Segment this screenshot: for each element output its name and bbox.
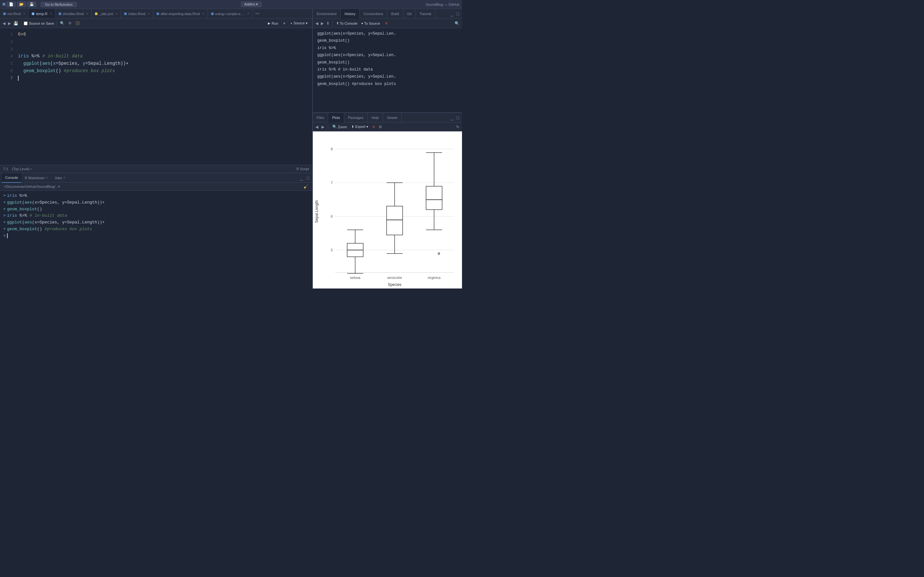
tab-using-rmd[interactable]: using-r-scripts-effectively-even-a... × — [208, 9, 253, 19]
tab-close-shortbio[interactable]: × — [86, 12, 88, 15]
history-item-1[interactable]: ggplot(aes(x=Species, y=Sepal.Len… — [316, 30, 459, 37]
search-btn[interactable]: 🔍 — [59, 21, 66, 26]
code-level: (Top Level) ÷ — [12, 167, 32, 171]
right-top-maximize[interactable]: □ — [456, 11, 460, 16]
tab-close-using[interactable]: × — [247, 12, 249, 15]
main-layout: me.Rmd × temp.R × shortbio.Rmd × _site.y… — [0, 9, 462, 288]
plots-minimize-btn[interactable]: _ — [450, 115, 454, 120]
tab-after-rmd[interactable]: after-importing-data.Rmd × — [153, 9, 208, 19]
jobs-tab-close[interactable]: × — [63, 176, 65, 179]
console-clear-btn[interactable]: 🧹 — [303, 184, 309, 189]
forward-btn[interactable]: ▶ — [7, 21, 11, 26]
tab-connections[interactable]: Connections — [360, 9, 387, 19]
status-bar: 7:1 (Top Level) ÷ R Script — [0, 165, 312, 173]
plots-toolbar: ◀ ▶ 🔍 Zoom ⬆ Export ▾ ✕ ⚙ ↻ — [313, 122, 462, 131]
tab-viewer[interactable]: Viewer — [383, 113, 402, 122]
plots-delete-btn[interactable]: ✕ — [372, 124, 376, 130]
console-line-4: > iris %>% # in-built data — [3, 213, 309, 219]
to-console-btn[interactable]: ⬆ To Console — [335, 21, 359, 26]
history-item-5[interactable]: geom_boxplot() — [316, 59, 459, 66]
tab-tutorial[interactable]: Tutorial — [416, 9, 435, 19]
save-btn[interactable]: 💾 — [27, 2, 36, 7]
console-tab-console[interactable]: Console — [2, 173, 21, 183]
tab-close-site[interactable]: × — [115, 12, 118, 15]
plots-tab-bar: Files Plots Packages Help Viewer _ □ — [313, 113, 462, 122]
history-search-btn[interactable]: 🔍 — [454, 21, 460, 26]
plots-next-btn[interactable]: ▶ — [321, 124, 325, 130]
console-maximize-btn[interactable]: □ — [306, 176, 310, 180]
save-file-btn[interactable]: 💾 — [13, 21, 19, 26]
tab-temp-r[interactable]: temp.R × — [29, 9, 55, 19]
back-btn[interactable]: ◀ — [2, 21, 6, 26]
tab-shortbio-rmd[interactable]: shortbio.Rmd × — [55, 9, 92, 19]
code-line-1: 1 6+6 — [0, 31, 312, 38]
history-back-btn[interactable]: ◀ — [315, 21, 319, 26]
console-tab-jobs[interactable]: Jobs × — [51, 173, 69, 183]
tab-plots[interactable]: Plots — [328, 113, 344, 122]
tab-git[interactable]: Git — [403, 9, 416, 19]
top-bar-icons: R 📄 📂 💾 — [3, 2, 36, 7]
history-item-3[interactable]: iris %>% — [316, 45, 459, 52]
right-top-controls: _ □ — [450, 11, 462, 16]
tab-history[interactable]: History — [341, 9, 360, 19]
zoom-btn[interactable]: 🔍 Zoom — [331, 124, 348, 129]
tab-close-temp[interactable]: × — [50, 12, 52, 15]
sep1 — [21, 21, 21, 26]
history-item-7[interactable]: ggplot(aes(x=Species, y=Sepal.Len… — [316, 73, 459, 80]
svg-text:6: 6 — [331, 214, 333, 218]
tab-packages[interactable]: Packages — [344, 113, 368, 122]
tab-me-rmd[interactable]: me.Rmd × — [0, 9, 29, 19]
tab-index-rmd[interactable]: index.Rmd × — [121, 9, 153, 19]
right-top-minimize[interactable]: _ — [450, 11, 454, 16]
new-file-btn[interactable]: 📄 — [7, 2, 16, 7]
tab-close-after[interactable]: × — [202, 12, 204, 15]
tab-build[interactable]: Build — [387, 9, 403, 19]
to-source-btn[interactable]: ● To Source — [360, 21, 381, 26]
code-editor[interactable]: 1 6+6 2 3 4 iris %>% # in-built data 5 — [0, 28, 312, 165]
right-bottom-panel: Files Plots Packages Help Viewer _ □ — [313, 113, 462, 288]
plots-options-btn[interactable]: ⚙ — [378, 124, 383, 130]
console-minimize-btn[interactable]: _ — [299, 176, 304, 180]
open-btn[interactable]: 📂 — [17, 2, 26, 7]
source-on-save-label[interactable]: Source on Save — [24, 21, 54, 25]
plots-prev-btn[interactable]: ◀ — [315, 124, 319, 130]
svg-rect-23 — [387, 206, 403, 235]
run-btn[interactable]: ▶ Run — [265, 21, 281, 26]
tab-site-yml[interactable]: _site.yml × — [92, 9, 121, 19]
run-options-btn[interactable]: ▾ — [283, 21, 286, 26]
source-btn[interactable]: ● Source ▾ — [288, 21, 310, 26]
console-content[interactable]: > iris %>% + ggplot(aes(x=Species, y=Sep… — [0, 191, 312, 288]
tab-overflow-btn[interactable]: >> — [253, 12, 262, 16]
rmarkdown-tab-close[interactable]: × — [46, 176, 48, 179]
tab-close-me[interactable]: × — [23, 12, 25, 15]
history-load-btn[interactable]: ⬆ — [326, 21, 330, 26]
plots-maximize-btn[interactable]: □ — [456, 115, 460, 120]
goto-file-btn[interactable]: Go to file/function — [41, 2, 77, 7]
code-line-5: 5 ggplot(aes(x=Species, y=Sepal.Length))… — [0, 60, 312, 67]
zoom-icon: 🔍 — [333, 125, 337, 129]
plots-refresh-btn[interactable]: ↻ — [456, 124, 460, 130]
history-item-8[interactable]: geom_boxplot() #produces box plots — [316, 81, 459, 87]
source-on-save-checkbox[interactable] — [24, 21, 27, 25]
console-tab-rmarkdown[interactable]: R Markdown × — [21, 173, 51, 183]
to-console-icon: ⬆ — [336, 21, 339, 25]
history-item-6[interactable]: iris %>% # in-built data — [316, 66, 459, 73]
history-content[interactable]: ggplot(aes(x=Species, y=Sepal.Len… geom_… — [313, 28, 462, 112]
history-item-2[interactable]: geom_boxplot() — [316, 37, 459, 44]
history-forward-btn[interactable]: ▶ — [320, 21, 325, 26]
tab-environment[interactable]: Environment — [313, 9, 341, 19]
history-delete-btn[interactable]: ✕ — [384, 21, 389, 26]
window-title: SoundBlog — GitHub — [426, 3, 459, 6]
editor-section: me.Rmd × temp.R × shortbio.Rmd × _site.y… — [0, 9, 312, 173]
console-path-bar: ~/Documents/GitHub/SoundBlog/ ↗ 🧹 — [0, 183, 312, 191]
tab-close-index[interactable]: × — [148, 12, 150, 15]
options-btn[interactable]: ⚙ — [67, 21, 73, 26]
tab-help[interactable]: Help — [368, 113, 383, 122]
stop-btn[interactable]: ⬛ — [74, 21, 81, 26]
export-btn[interactable]: ⬆ Export ▾ — [350, 124, 370, 129]
tab-files[interactable]: Files — [313, 113, 328, 122]
addins-btn[interactable]: Addins ▾ — [241, 2, 262, 7]
history-item-4[interactable]: ggplot(aes(x=Species, y=Sepal.Len… — [316, 52, 459, 59]
code-line-3: 3 — [0, 45, 312, 53]
plots-controls: _ □ — [450, 115, 462, 120]
